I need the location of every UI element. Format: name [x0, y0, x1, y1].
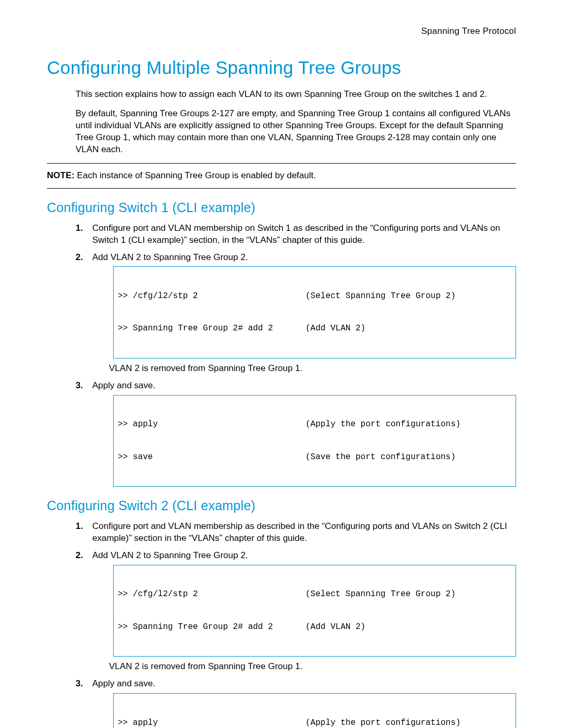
page-title: Configuring Multiple Spanning Tree Group…: [47, 57, 516, 78]
code-comment: (Apply the port configurations): [305, 419, 511, 430]
switch1-steps: 1. Configure port and VLAN membership on…: [76, 223, 516, 487]
step-note: VLAN 2 is removed from Spanning Tree Gro…: [109, 661, 516, 673]
list-item: 3. Apply and save. >> apply(Apply the po…: [76, 678, 516, 728]
step-number: 1.: [76, 223, 83, 235]
list-item: 1. Configure port and VLAN membership as…: [76, 521, 516, 545]
code-box: >> apply(Apply the port configurations) …: [113, 395, 516, 487]
code-line: >> Spanning Tree Group 2# add 2(Add VLAN…: [118, 323, 511, 334]
code-line: >> apply(Apply the port configurations): [118, 718, 511, 728]
running-header: Spanning Tree Protocol: [47, 26, 516, 36]
step-text: Configure port and VLAN membership on Sw…: [92, 223, 500, 245]
section-title-switch1: Configuring Switch 1 (CLI example): [47, 200, 516, 215]
intro-paragraph-1: This section explains how to assign each…: [76, 89, 516, 101]
code-box: >> /cfg/l2/stp 2(Select Spanning Tree Gr…: [113, 565, 516, 657]
step-number: 1.: [76, 521, 83, 533]
code-command: >> Spanning Tree Group 2# add 2: [118, 323, 305, 334]
code-comment: (Apply the port configurations): [305, 718, 511, 728]
list-item: 1. Configure port and VLAN membership on…: [76, 223, 516, 246]
note-text: Each instance of Spanning Tree Group is …: [75, 170, 316, 180]
step-text: Apply and save.: [92, 678, 155, 688]
code-command: >> apply: [118, 718, 305, 728]
code-line: >> /cfg/l2/stp 2(Select Spanning Tree Gr…: [118, 589, 511, 600]
code-command: >> /cfg/l2/stp 2: [118, 589, 305, 600]
list-item: 2. Add VLAN 2 to Spanning Tree Group 2. …: [76, 550, 516, 673]
code-comment: (Select Spanning Tree Group 2): [305, 589, 511, 600]
list-item: 3. Apply and save. >> apply(Apply the po…: [76, 380, 516, 487]
note-label: NOTE:: [47, 170, 75, 180]
step-text: Add VLAN 2 to Spanning Tree Group 2.: [92, 550, 248, 560]
step-text: Add VLAN 2 to Spanning Tree Group 2.: [92, 252, 248, 262]
switch2-steps: 1. Configure port and VLAN membership as…: [76, 521, 516, 728]
code-command: >> Spanning Tree Group 2# add 2: [118, 622, 305, 633]
list-item: 2. Add VLAN 2 to Spanning Tree Group 2. …: [76, 252, 516, 375]
code-line: >> Spanning Tree Group 2# add 2(Add VLAN…: [118, 622, 511, 633]
code-line: >> save(Save the port configurations): [118, 452, 511, 463]
step-number: 2.: [76, 550, 83, 562]
code-comment: (Add VLAN 2): [305, 323, 511, 334]
code-command: >> apply: [118, 419, 305, 430]
step-text: Apply and save.: [92, 380, 155, 390]
section-title-switch2: Configuring Switch 2 (CLI example): [47, 498, 516, 513]
code-comment: (Save the port configurations): [305, 452, 511, 463]
step-text: Configure port and VLAN membership as de…: [92, 521, 507, 543]
step-number: 3.: [76, 678, 83, 690]
code-command: >> /cfg/l2/stp 2: [118, 291, 305, 302]
note-block: NOTE: Each instance of Spanning Tree Gro…: [47, 163, 516, 189]
code-box: >> /cfg/l2/stp 2(Select Spanning Tree Gr…: [113, 266, 516, 358]
code-comment: (Add VLAN 2): [305, 622, 511, 633]
intro-paragraph-2: By default, Spanning Tree Groups 2-127 a…: [76, 108, 516, 156]
step-number: 3.: [76, 380, 83, 392]
code-line: >> /cfg/l2/stp 2(Select Spanning Tree Gr…: [118, 291, 511, 302]
step-number: 2.: [76, 252, 83, 264]
code-comment: (Select Spanning Tree Group 2): [305, 291, 511, 302]
page: Spanning Tree Protocol Configuring Multi…: [0, 0, 563, 728]
step-note: VLAN 2 is removed from Spanning Tree Gro…: [109, 363, 516, 375]
code-command: >> save: [118, 452, 305, 463]
code-line: >> apply(Apply the port configurations): [118, 419, 511, 430]
code-box: >> apply(Apply the port configurations) …: [113, 693, 516, 728]
